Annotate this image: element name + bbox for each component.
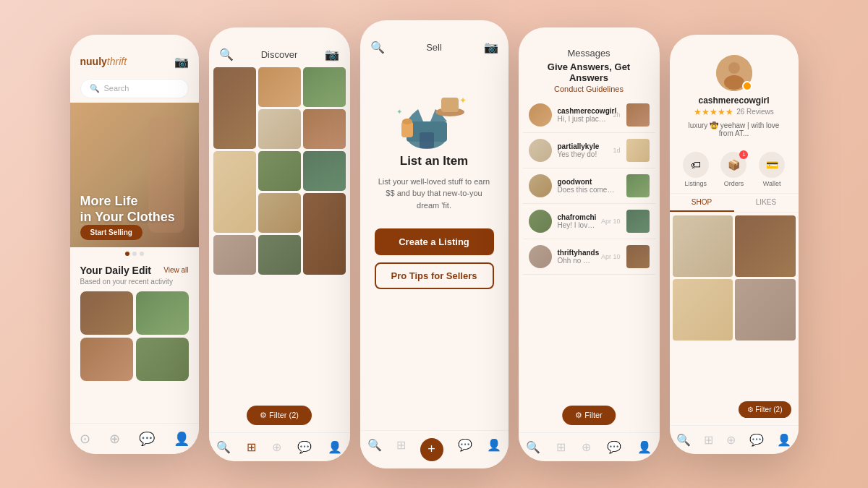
nav-home-icon[interactable]: ⊙ <box>80 431 90 447</box>
msg-text-1: Hi, I just placed this order yesterda... <box>558 115 608 123</box>
nav-search-icon[interactable]: 🔍 <box>216 440 231 454</box>
camera-icon[interactable]: 📷 <box>174 55 189 69</box>
discover-img-11[interactable] <box>213 235 256 275</box>
msg-thumb-2 <box>626 139 650 162</box>
discover-img-3[interactable] <box>303 67 346 107</box>
nav-profile-icon-5[interactable]: 👤 <box>777 433 791 447</box>
tab-shop[interactable]: SHOP <box>670 194 734 212</box>
nav-profile-icon[interactable]: 👤 <box>174 431 190 447</box>
discover-grid-container <box>209 67 350 461</box>
nav-chat-icon-3[interactable]: 💬 <box>458 438 472 461</box>
nav-profile-icon-3[interactable]: 👤 <box>487 438 501 461</box>
dot-1 <box>125 252 129 256</box>
discover-filter-button[interactable]: ⚙ Filter (2) <box>247 406 312 425</box>
msg-text-3: Does this come with the original t... <box>558 186 615 194</box>
message-item-5[interactable]: thriftyhands Ohh no worries! I'm hoping … <box>523 239 655 275</box>
notch-5 <box>705 35 763 51</box>
brand-name: nuuly <box>80 56 107 67</box>
shop-item-1[interactable] <box>673 215 733 277</box>
pro-tips-button[interactable]: Pro Tips for Sellers <box>375 262 494 289</box>
nav-add-circle-icon[interactable]: + <box>420 438 443 461</box>
msg-thumb-4 <box>626 210 650 233</box>
discover-img-9[interactable] <box>258 193 301 233</box>
dot-3 <box>140 252 144 256</box>
profile-avatar-wrap <box>716 55 752 91</box>
profile-stars: ★★★★★ <box>694 107 733 117</box>
camera-icon-3[interactable]: 📷 <box>484 40 498 54</box>
product-card-2[interactable] <box>136 291 189 335</box>
create-listing-button[interactable]: Create a Listing <box>375 228 494 255</box>
search-bar[interactable]: 🔍 Search <box>80 79 189 98</box>
search-icon-3[interactable]: 🔍 <box>370 40 385 54</box>
nav-search-icon-5[interactable]: 🔍 <box>676 433 691 447</box>
nav-add-icon-2[interactable]: ⊕ <box>272 440 281 454</box>
profile-filter-button[interactable]: ⚙ Filter (2) <box>739 401 791 418</box>
discover-img-8[interactable] <box>303 151 346 191</box>
discover-img-6[interactable] <box>213 151 256 233</box>
hero-line2: in Your Clothes <box>80 210 175 226</box>
tab-likes[interactable]: LIKES <box>734 194 799 212</box>
nav-profile-icon-4[interactable]: 👤 <box>637 440 652 454</box>
messages-title: Messages <box>529 48 650 59</box>
discover-img-4[interactable] <box>258 109 301 149</box>
profile-bio: luxury 🤠 yeehaw | with love from AT... <box>680 121 788 137</box>
search-icon-2[interactable]: 🔍 <box>219 48 234 61</box>
discover-img-5[interactable] <box>303 109 346 149</box>
shop-item-2[interactable] <box>735 215 796 277</box>
product-card-3[interactable] <box>80 338 133 381</box>
orders-label: Orders <box>724 180 744 187</box>
message-item-1[interactable]: cashmerecowgirl Hi, I just placed this o… <box>523 98 655 133</box>
p4-bottom-nav: 🔍 ⊞ ⊕ 💬 👤 <box>519 432 660 461</box>
nav-grid-icon-3[interactable]: ⊞ <box>396 438 406 461</box>
daily-edit-sub: Based on your recent activity <box>70 278 199 286</box>
p1-logo: nuulythrift <box>80 56 127 67</box>
msg-username-4: chafromchi <box>558 213 595 221</box>
svg-point-9 <box>402 119 412 124</box>
conduct-guidelines-link[interactable]: Conduct Guidelines <box>529 85 650 93</box>
nav-grid-icon-4[interactable]: ⊞ <box>556 440 566 454</box>
shop-item-4[interactable] <box>735 279 796 341</box>
discover-img-2[interactable] <box>258 67 301 107</box>
notch-3 <box>405 20 463 36</box>
daily-edit-title: Your Daily Edit <box>80 265 152 276</box>
nav-search-icon-4[interactable]: 🔍 <box>526 440 540 454</box>
avatar-3 <box>529 174 552 197</box>
nav-add-icon[interactable]: ⊕ <box>109 431 120 447</box>
msg-content-4: chafromchi Hey! I love this jacket! Do y… <box>558 213 595 229</box>
profile-action-icons: 🏷 Listings 📦 1 Orders 💳 Wallet <box>670 146 799 194</box>
discover-img-10[interactable] <box>303 193 346 275</box>
svg-point-14 <box>724 75 744 90</box>
discover-img-1[interactable] <box>213 67 256 149</box>
message-item-2[interactable]: partiallykyle Yes they do! 1d <box>523 133 655 168</box>
shop-item-3[interactable] <box>673 279 733 341</box>
messages-filter-button[interactable]: ⚙ Filter <box>562 406 616 425</box>
message-item-3[interactable]: goodwont Does this come with the origina… <box>523 168 655 204</box>
profile-username: cashmerecowgirl <box>698 95 769 106</box>
dot-2 <box>132 252 137 256</box>
nav-chat-icon-5[interactable]: 💬 <box>749 433 764 447</box>
nav-search-icon-3[interactable]: 🔍 <box>367 438 382 461</box>
msg-content-5: thriftyhands Ohh no worries! I'm hoping … <box>558 249 595 265</box>
message-item-4[interactable]: chafromchi Hey! I love this jacket! Do y… <box>523 204 655 239</box>
nav-chat-icon-2[interactable]: 💬 <box>297 440 312 454</box>
listings-action[interactable]: 🏷 Listings <box>683 152 709 187</box>
nav-add-icon-4[interactable]: ⊕ <box>582 440 591 454</box>
nav-chat-icon[interactable]: 💬 <box>139 431 155 447</box>
nav-add-icon-5[interactable]: ⊕ <box>726 433 736 447</box>
nav-grid-icon[interactable]: ⊞ <box>247 440 256 454</box>
nav-grid-icon-5[interactable]: ⊞ <box>704 433 713 447</box>
orders-action[interactable]: 📦 1 Orders <box>720 152 746 187</box>
discover-img-12[interactable] <box>258 235 301 275</box>
nav-chat-icon-4[interactable]: 💬 <box>607 440 621 454</box>
msg-text-4: Hey! I love this jacket! Do you hav... <box>558 221 595 229</box>
view-all-link[interactable]: View all <box>163 266 188 274</box>
product-card-4[interactable] <box>136 338 189 381</box>
product-card-1[interactable] <box>80 291 133 335</box>
carousel-dots <box>70 252 199 256</box>
msg-time-2: 1d <box>613 147 620 154</box>
start-selling-button[interactable]: Start Selling <box>80 225 142 240</box>
camera-icon-2[interactable]: 📷 <box>325 48 339 61</box>
discover-img-7[interactable] <box>258 151 301 191</box>
nav-profile-icon-2[interactable]: 👤 <box>328 440 342 454</box>
wallet-action[interactable]: 💳 Wallet <box>759 152 785 187</box>
